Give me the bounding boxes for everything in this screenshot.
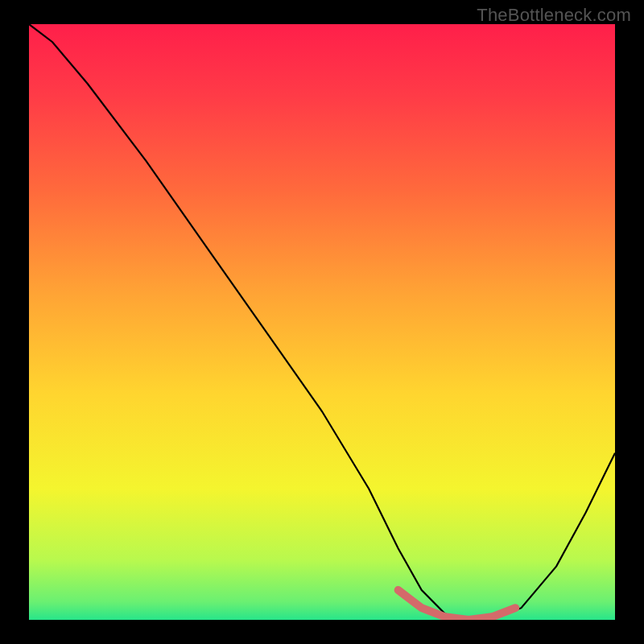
watermark-text: TheBottleneck.com (477, 5, 631, 26)
chart-frame: TheBottleneck.com (0, 0, 644, 644)
chart-svg (29, 24, 615, 620)
plot-area (29, 24, 615, 620)
gradient-background (29, 24, 615, 620)
